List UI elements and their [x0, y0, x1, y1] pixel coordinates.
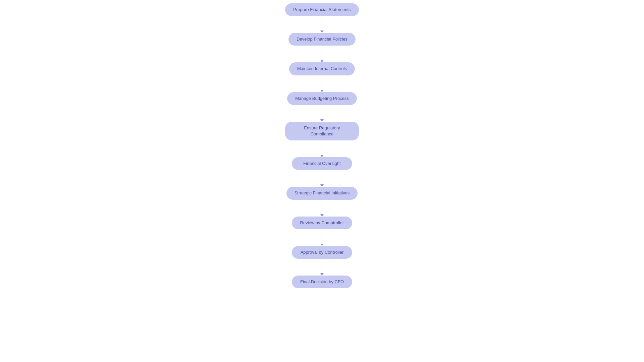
- connector-line: [322, 16, 322, 31]
- connector-4: [320, 105, 324, 122]
- connector-arrow: [320, 273, 324, 276]
- connector-arrow: [320, 60, 324, 62]
- connector-line: [322, 170, 322, 184]
- connector-line: [322, 259, 322, 273]
- connector-1: [320, 16, 324, 33]
- connector-line: [322, 200, 322, 214]
- connector-8: [320, 229, 324, 246]
- node-final-decision-by-cfo[interactable]: Final Decision by CFO: [292, 276, 352, 288]
- connector-line: [322, 229, 322, 244]
- connector-6: [320, 170, 324, 187]
- connector-arrow: [320, 184, 324, 187]
- connector-2: [320, 46, 324, 62]
- node-prepare-financial-statements[interactable]: Prepare Financial Statements: [285, 3, 359, 16]
- connector-5: [320, 140, 324, 157]
- flowchart: Prepare Financial Statements Develop Fin…: [0, 0, 644, 288]
- node-strategic-financial-initiatives[interactable]: Strategic Financial Initiatives: [286, 187, 358, 199]
- connector-arrow: [320, 244, 324, 246]
- node-develop-financial-policies[interactable]: Develop Financial Policies: [288, 33, 356, 46]
- connector-line: [322, 105, 322, 119]
- connector-3: [320, 75, 324, 92]
- connector-arrow: [320, 90, 324, 92]
- connector-9: [320, 259, 324, 276]
- connector-arrow: [320, 155, 324, 157]
- connector-arrow: [320, 31, 324, 33]
- connector-line: [322, 75, 322, 90]
- connector-arrow: [320, 119, 324, 122]
- node-approval-by-controller[interactable]: Approval by Controller: [292, 246, 352, 259]
- connector-line: [322, 140, 322, 155]
- node-ensure-regulatory-compliance[interactable]: Ensure Regulatory Compliance: [285, 122, 359, 140]
- connector-7: [320, 200, 324, 217]
- node-financial-oversight[interactable]: Financial Oversight: [292, 157, 352, 170]
- connector-line: [322, 46, 322, 60]
- node-review-by-comptroller[interactable]: Review by Comptroller: [292, 217, 352, 229]
- node-manage-budgeting-process[interactable]: Manage Budgeting Process: [287, 92, 357, 105]
- node-maintain-internal-controls[interactable]: Maintain Internal Controls: [289, 62, 355, 75]
- connector-arrow: [320, 214, 324, 217]
